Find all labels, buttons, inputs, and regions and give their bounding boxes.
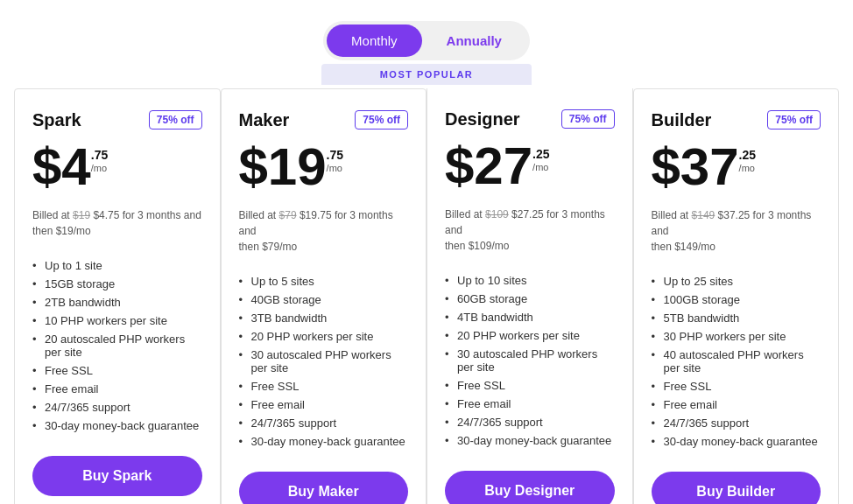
feature-item: 10 PHP workers per site	[32, 312, 202, 330]
feature-item: 30 autoscaled PHP workers per site	[445, 345, 615, 376]
feature-item: 60GB storage	[445, 290, 615, 308]
price-mo-spark: /mo	[91, 163, 108, 173]
plan-name-builder: Builder	[652, 110, 712, 130]
price-mo-maker: /mo	[327, 163, 343, 173]
billed-at-maker: Billed at $79 $19.75 for 3 months andthe…	[239, 207, 409, 255]
feature-item: 24/7/365 support	[32, 398, 202, 416]
billed-at-builder: Billed at $149 $37.25 for 3 months andth…	[652, 207, 821, 255]
price-dollar-maker: $19	[239, 141, 327, 193]
price-dollar-designer: $27	[445, 140, 532, 192]
feature-item: Up to 1 site	[32, 256, 202, 275]
feature-item: Free email	[32, 380, 202, 398]
plan-name-spark: Spark	[32, 110, 81, 130]
feature-item: 100GB storage	[652, 290, 821, 309]
features-list-builder: Up to 25 sites100GB storage5TB bandwidth…	[652, 272, 821, 451]
most-popular-banner: MOST POPULAR	[321, 64, 532, 85]
buy-btn-designer[interactable]: Buy Designer	[445, 471, 615, 504]
feature-item: 20 PHP workers per site	[445, 326, 615, 345]
feature-item: 20 PHP workers per site	[239, 327, 409, 346]
features-list-maker: Up to 5 sites40GB storage3TB bandwidth20…	[239, 272, 409, 451]
price-detail-designer: .25 /mo	[532, 140, 549, 172]
buy-btn-builder[interactable]: Buy Builder	[652, 472, 821, 504]
feature-item: Free SSL	[239, 377, 409, 396]
discount-badge-builder: 75% off	[767, 110, 821, 130]
price-row-designer: $27 .25 /mo	[445, 140, 615, 192]
feature-item: Free email	[652, 396, 821, 414]
card-header-spark: Spark 75% off	[32, 110, 202, 130]
price-row-spark: $4 .75 /mo	[32, 141, 202, 193]
feature-item: 30 autoscaled PHP workers per site	[239, 346, 409, 377]
card-header-maker: Maker 75% off	[239, 110, 409, 130]
buy-btn-spark[interactable]: Buy Spark	[32, 456, 202, 496]
feature-item: 3TB bandwidth	[239, 309, 409, 327]
feature-item: 5TB bandwidth	[652, 309, 821, 327]
features-list-designer: Up to 10 sites60GB storage4TB bandwidth2…	[445, 271, 615, 450]
price-cents-designer: .25	[532, 147, 549, 162]
plans-container: MOST POPULAR Spark 75% off $4 .75 /mo Bi…	[14, 88, 839, 504]
monthly-toggle-btn[interactable]: Monthly	[327, 24, 422, 57]
feature-item: 30-day money-back guarantee	[445, 431, 615, 450]
discount-badge-spark: 75% off	[149, 110, 202, 130]
plan-name-maker: Maker	[239, 110, 290, 130]
feature-item: Up to 25 sites	[652, 272, 821, 290]
discount-badge-designer: 75% off	[561, 109, 615, 129]
feature-item: 24/7/365 support	[445, 413, 615, 431]
card-header-designer: Designer 75% off	[445, 109, 615, 130]
price-dollar-spark: $4	[32, 141, 91, 193]
plan-card-spark: Spark 75% off $4 .75 /mo Billed at $19 $…	[14, 88, 221, 504]
annually-toggle-btn[interactable]: Annually	[422, 24, 526, 57]
price-cents-spark: .75	[91, 148, 108, 163]
feature-item: Up to 5 sites	[239, 272, 409, 290]
plan-card-designer: Designer 75% off $27 .25 /mo Billed at $…	[426, 88, 633, 504]
feature-item: Free email	[239, 396, 409, 414]
price-detail-maker: .75 /mo	[327, 141, 343, 173]
billed-at-designer: Billed at $109 $27.25 for 3 months andth…	[445, 206, 615, 254]
price-dollar-builder: $37	[652, 141, 739, 193]
feature-item: Free SSL	[32, 361, 202, 380]
feature-item: 24/7/365 support	[652, 414, 821, 432]
feature-item: 30-day money-back guarantee	[239, 432, 409, 451]
price-detail-builder: .25 /mo	[739, 141, 756, 173]
card-header-builder: Builder 75% off	[652, 110, 821, 130]
feature-item: 2TB bandwidth	[32, 293, 202, 312]
plan-card-maker: Maker 75% off $19 .75 /mo Billed at $79 …	[221, 88, 427, 504]
feature-item: 20 autoscaled PHP workers per site	[32, 330, 202, 361]
discount-badge-maker: 75% off	[355, 110, 408, 130]
feature-item: Up to 10 sites	[445, 271, 615, 290]
feature-item: 15GB storage	[32, 275, 202, 293]
feature-item: 30-day money-back guarantee	[32, 416, 202, 435]
feature-item: 40 autoscaled PHP workers per site	[652, 346, 821, 377]
price-row-builder: $37 .25 /mo	[652, 141, 821, 193]
feature-item: Free SSL	[652, 377, 821, 396]
price-row-maker: $19 .75 /mo	[239, 141, 409, 193]
feature-item: 30 PHP workers per site	[652, 327, 821, 346]
feature-item: 40GB storage	[239, 290, 409, 309]
feature-item: 4TB bandwidth	[445, 308, 615, 326]
plan-name-designer: Designer	[445, 109, 520, 130]
feature-item: Free email	[445, 395, 615, 413]
price-mo-builder: /mo	[739, 163, 756, 173]
feature-item: 30-day money-back guarantee	[652, 432, 821, 451]
billed-at-spark: Billed at $19 $4.75 for 3 months andthen…	[32, 207, 202, 239]
plan-card-builder: Builder 75% off $37 .25 /mo Billed at $1…	[633, 88, 840, 504]
feature-item: Free SSL	[445, 376, 615, 395]
feature-item: 24/7/365 support	[239, 414, 409, 432]
price-cents-maker: .75	[327, 148, 343, 163]
price-cents-builder: .25	[739, 148, 756, 163]
price-detail-spark: .75 /mo	[91, 141, 108, 173]
features-list-spark: Up to 1 site15GB storage2TB bandwidth10 …	[32, 256, 202, 435]
billing-toggle: Monthly Annually	[323, 21, 530, 60]
buy-btn-maker[interactable]: Buy Maker	[239, 472, 409, 504]
price-mo-designer: /mo	[532, 162, 549, 172]
